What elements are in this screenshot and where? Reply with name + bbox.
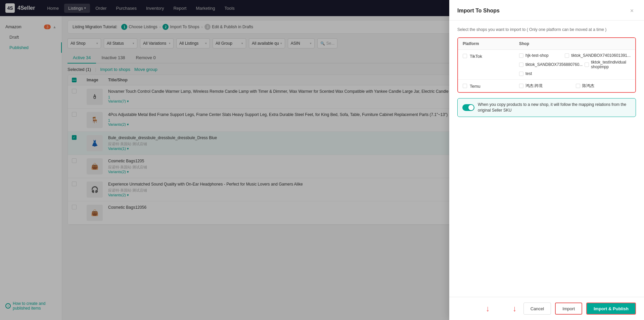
modal-description: Select the shops you want to import to (… — [457, 27, 636, 32]
sku-mapping-toggle[interactable] — [462, 104, 474, 111]
modal-footer: ↓ ↓ Cancel Import Import & Publish — [449, 297, 644, 320]
shop-selection-table: Platform Shop TikTok hjk-test-shop — [457, 37, 636, 93]
modal-header: Import To Shops × — [449, 0, 644, 21]
shop-option-chenghongjie[interactable]: 陈鸿杰 — [576, 83, 631, 89]
import-to-shops-modal: Import To Shops × Select the shops you w… — [449, 0, 644, 320]
arrow-import: ↓ — [486, 305, 490, 313]
modal-close-button[interactable]: × — [628, 7, 636, 15]
shop-option-hjk[interactable]: hjk-test-shop — [519, 53, 563, 58]
platform-row-temu: Temu 鸿杰·跨境 陈鸿杰 — [458, 80, 635, 92]
platform-header: Platform — [463, 41, 516, 46]
sku-mapping-toggle-label: When you copy products to a new shop, it… — [478, 102, 631, 113]
modal-body: Select the shops you want to import to (… — [449, 21, 644, 297]
shop-table-header: Platform Shop — [458, 38, 635, 50]
shop-option-sandbox7356[interactable]: tiktok_SANDBOX7356880760... — [519, 60, 583, 69]
cancel-button[interactable]: Cancel — [523, 303, 551, 315]
platform-temu-checkbox[interactable] — [463, 84, 467, 88]
shop-header: Shop — [519, 41, 631, 46]
shop-option-hongjie[interactable]: 鸿杰·跨境 — [519, 83, 574, 89]
shop-option-sandbox7401[interactable]: tiktok_SANDBOX74010601391... — [565, 53, 631, 58]
shop-option-test[interactable]: test — [519, 71, 574, 76]
sku-mapping-toggle-row: When you copy products to a new shop, it… — [457, 98, 636, 117]
import-publish-button[interactable]: Import & Publish — [586, 303, 636, 315]
shop-option-test-individual[interactable]: tiktok_testIndividual shoptmpp — [585, 60, 631, 69]
modal-title: Import To Shops — [457, 8, 500, 14]
platform-tiktok-checkbox[interactable] — [463, 54, 467, 58]
platform-row-tiktok: TikTok hjk-test-shop tiktok_SANDBOX74010… — [458, 50, 635, 80]
import-button[interactable]: Import — [555, 303, 582, 315]
arrow-import-publish: ↓ — [513, 305, 517, 313]
